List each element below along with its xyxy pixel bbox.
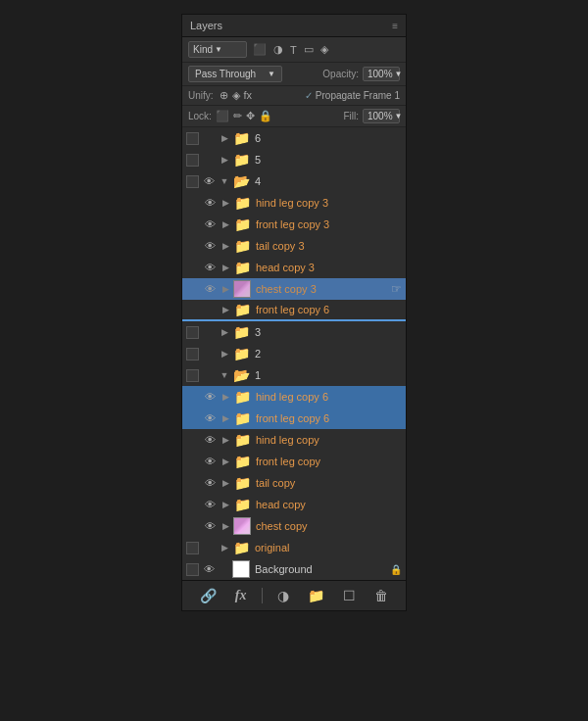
lock-pixel-icon[interactable]: ⬛ — [216, 110, 229, 122]
layer-thumbnail — [233, 280, 251, 298]
expand-arrow-icon[interactable]: ▶ — [220, 521, 231, 531]
layer-item[interactable]: 👁 ▶ 📁 head copy — [182, 494, 406, 515]
expand-arrow-icon[interactable]: ▶ — [219, 543, 230, 553]
unify-row: Unify: ⊕ ◈ fx ✓ Propagate Frame 1 — [182, 86, 406, 106]
expand-arrow-icon[interactable]: ▶ — [219, 327, 230, 337]
layer-name: Background — [252, 563, 388, 575]
adjust-filter-icon[interactable]: ◑ — [271, 42, 285, 57]
eye-icon[interactable]: 👁 — [202, 477, 218, 489]
layer-item[interactable]: ▼ 📂 1 — [182, 364, 406, 386]
expand-arrow-icon[interactable]: ▶ — [219, 133, 230, 143]
layer-item[interactable]: ▶ 📁 front leg copy 6 — [182, 300, 406, 321]
fill-value[interactable]: 100% ▼ — [363, 109, 400, 123]
layer-item[interactable]: ▶ 📁 6 — [182, 127, 406, 149]
layer-item[interactable]: ▶ 📁 2 — [182, 343, 406, 364]
layer-item[interactable]: ▶ 📁 original — [182, 537, 406, 558]
eye-icon[interactable]: 👁 — [202, 262, 218, 273]
eye-icon[interactable]: 👁 — [201, 175, 217, 187]
eye-icon[interactable]: 👁 — [202, 499, 218, 510]
expand-arrow-icon[interactable]: ▶ — [220, 263, 231, 272]
eye-icon[interactable]: 👁 — [202, 283, 218, 295]
layer-name: chest copy — [253, 520, 402, 532]
expand-arrow-icon[interactable]: ▶ — [220, 500, 231, 509]
expand-arrow-icon[interactable]: ▶ — [219, 349, 230, 359]
lock-move-icon[interactable]: ✥ — [246, 110, 255, 122]
pixel-filter-icon[interactable]: ⬛ — [251, 42, 269, 57]
eye-icon[interactable]: 👁 — [202, 391, 218, 403]
kind-dropdown[interactable]: Kind ▼ — [188, 41, 247, 58]
expand-arrow-icon[interactable]: ▶ — [220, 241, 231, 251]
layer-item[interactable]: 👁 ▶ chest copy 3 ☞ — [182, 278, 406, 300]
layer-name: 4 — [252, 175, 402, 187]
unify-style-icon[interactable]: fx — [244, 89, 253, 102]
layer-visibility-check[interactable] — [186, 132, 199, 145]
eye-icon[interactable]: 👁 — [202, 218, 218, 230]
layer-item[interactable]: 👁 ▶ 📁 front leg copy — [182, 451, 406, 472]
link-icon[interactable]: 🔗 — [196, 586, 220, 605]
lock-draw-icon[interactable]: ✏ — [233, 110, 242, 122]
layer-visibility-check[interactable] — [186, 326, 199, 339]
eye-icon[interactable]: 👁 — [202, 412, 218, 424]
folder-icon: 📁 — [233, 301, 251, 318]
delete-icon[interactable]: 🗑 — [370, 586, 392, 605]
lock-all-icon[interactable]: 🔒 — [259, 110, 272, 122]
layer-item[interactable]: 👁 ▶ 📁 hind leg copy 6 — [182, 386, 406, 408]
layers-list: ▶ 📁 6 ▶ 📁 5 👁 ▼ 📂 4 👁 ▶ 📁 hind leg copy … — [182, 127, 406, 580]
expand-arrow-icon[interactable]: ▶ — [220, 435, 231, 445]
layer-visibility-check[interactable] — [186, 348, 199, 360]
layer-item[interactable]: ▶ 📁 3 — [182, 321, 406, 343]
expand-arrow-icon[interactable]: ▶ — [220, 219, 231, 229]
layer-item[interactable]: 👁 ▶ 📁 front leg copy 3 — [182, 214, 406, 235]
layer-visibility-check[interactable] — [186, 154, 199, 167]
layer-item[interactable]: 👁 Background 🔒 — [182, 558, 406, 580]
eye-icon[interactable]: 👁 — [201, 563, 217, 575]
layer-item[interactable]: 👁 ▶ 📁 tail copy 3 — [182, 235, 406, 257]
cursor-icon: ☞ — [391, 282, 402, 296]
blend-mode-dropdown[interactable]: Pass Through ▼ — [188, 66, 282, 82]
type-filter-icon[interactable]: T — [288, 43, 299, 57]
folder-icon: 📁 — [233, 496, 251, 513]
layer-item[interactable]: 👁 ▶ 📁 front leg copy 6 — [182, 408, 406, 429]
smart-filter-icon[interactable]: ◈ — [318, 42, 330, 57]
expand-arrow-icon[interactable]: ▶ — [220, 392, 231, 402]
expand-arrow-icon[interactable]: ▶ — [219, 155, 230, 165]
eye-icon[interactable]: 👁 — [202, 520, 218, 532]
eye-icon[interactable]: 👁 — [202, 240, 218, 252]
folder-icon: 📁 — [232, 323, 250, 341]
expand-arrow-icon[interactable]: ▶ — [220, 305, 231, 314]
eye-icon[interactable]: 👁 — [202, 197, 218, 209]
layer-visibility-check[interactable] — [186, 175, 199, 188]
layer-name: tail copy 3 — [253, 240, 402, 252]
layer-item[interactable]: 👁 ▶ 📁 head copy 3 — [182, 257, 406, 278]
fill-arrow-icon: ▼ — [395, 112, 403, 120]
propagate-section: ✓ Propagate Frame 1 — [305, 90, 400, 101]
layer-name: 6 — [252, 132, 402, 144]
unify-position-icon[interactable]: ⊕ — [220, 89, 228, 102]
layer-visibility-check[interactable] — [186, 542, 199, 554]
fx-icon[interactable]: fx — [231, 586, 251, 605]
eye-icon[interactable]: 👁 — [202, 434, 218, 446]
eye-icon[interactable]: 👁 — [202, 456, 218, 467]
expand-arrow-icon[interactable]: ▶ — [220, 284, 231, 294]
group-icon[interactable]: 📁 — [304, 586, 328, 605]
layer-item[interactable]: 👁 ▶ 📁 tail copy — [182, 472, 406, 494]
collapse-icon[interactable]: ≡ — [392, 21, 398, 31]
opacity-value[interactable]: 100% ▼ — [363, 67, 400, 81]
layer-item[interactable]: 👁 ▶ 📁 hind leg copy — [182, 429, 406, 451]
expand-arrow-icon[interactable]: ▶ — [220, 198, 231, 208]
layer-visibility-check[interactable] — [186, 369, 199, 382]
expand-arrow-icon[interactable]: ▶ — [220, 478, 231, 488]
layer-item[interactable]: 👁 ▶ chest copy — [182, 515, 406, 537]
expand-arrow-icon[interactable]: ▶ — [220, 457, 231, 466]
layer-item[interactable]: 👁 ▼ 📂 4 — [182, 170, 406, 192]
new-layer-icon[interactable]: ☐ — [339, 586, 360, 605]
layer-item[interactable]: 👁 ▶ 📁 hind leg copy 3 — [182, 192, 406, 214]
expand-arrow-icon[interactable]: ▼ — [219, 370, 230, 380]
shape-filter-icon[interactable]: ▭ — [302, 42, 316, 57]
adjustment-icon[interactable]: ◑ — [273, 586, 293, 605]
expand-arrow-icon[interactable]: ▶ — [220, 413, 231, 423]
expand-arrow-icon[interactable]: ▼ — [219, 176, 230, 186]
layer-item[interactable]: ▶ 📁 5 — [182, 149, 406, 170]
unify-visibility-icon[interactable]: ◈ — [232, 89, 240, 102]
layer-visibility-check[interactable] — [186, 563, 199, 576]
